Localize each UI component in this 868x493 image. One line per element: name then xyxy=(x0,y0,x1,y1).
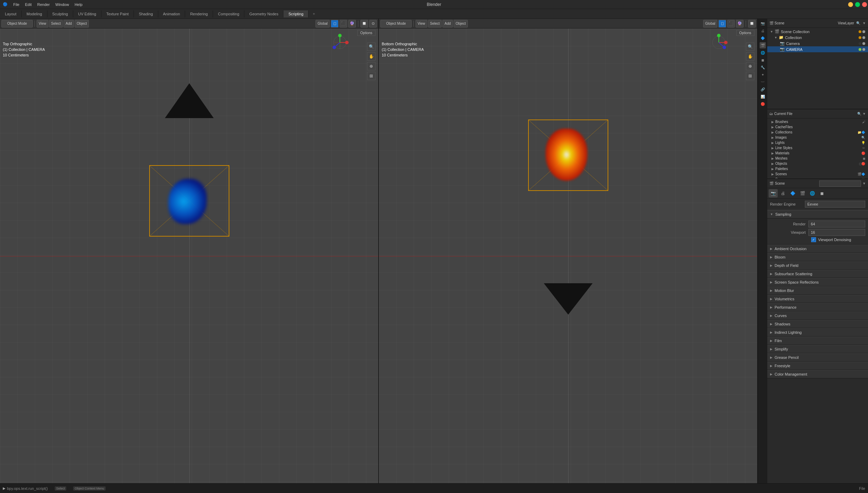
right-mode-select[interactable]: Object Mode xyxy=(380,20,412,28)
subsurface-scattering-header[interactable]: ▶ Subsurface Scattering xyxy=(767,270,868,278)
left-pan-btn[interactable]: ✋ xyxy=(367,52,375,61)
sidebar-icon-view-layer[interactable]: 🔷 xyxy=(760,35,766,41)
close-button[interactable] xyxy=(862,2,867,7)
status-context-label[interactable]: Object Context Menu xyxy=(73,486,106,491)
sidebar-icon-physics[interactable]: 〰 xyxy=(760,79,766,85)
right-zoom-in-btn[interactable]: 🔍 xyxy=(746,43,754,51)
props-icon-object[interactable]: ◼ xyxy=(817,189,827,198)
menu-edit[interactable]: Edit xyxy=(22,1,35,8)
add-workspace-button[interactable]: ＋ xyxy=(309,10,319,18)
sidebar-icon-modifier[interactable]: 🔧 xyxy=(760,64,766,70)
props-icon-scene[interactable]: 🎬 xyxy=(798,189,807,198)
outliner-filter-btn[interactable]: ▼ xyxy=(862,21,866,25)
tab-sculpting[interactable]: Sculpting xyxy=(47,10,73,17)
left-options-btn[interactable]: Options xyxy=(357,30,375,36)
menu-file[interactable]: File xyxy=(10,1,22,8)
screen-space-reflections-header[interactable]: ▶ Screen Space Reflections xyxy=(767,278,868,286)
sidebar-icon-material[interactable]: 🔴 xyxy=(760,101,766,107)
props-icon-view-layer[interactable]: 🔷 xyxy=(788,189,797,198)
color-management-header[interactable]: ▶ Color Management xyxy=(767,370,868,378)
tab-geometry-nodes[interactable]: Geometry Nodes xyxy=(244,10,283,17)
tab-texture-paint[interactable]: Texture Paint xyxy=(101,10,134,17)
curves-header[interactable]: ▶ Curves xyxy=(767,311,868,320)
props-icon-render[interactable]: 📷 xyxy=(769,189,778,198)
right-view-btn[interactable]: View xyxy=(416,20,427,28)
right-pan-btn[interactable]: ✋ xyxy=(746,52,754,61)
outliner-search-btn[interactable]: 🔍 xyxy=(856,21,860,25)
tab-rendering[interactable]: Rendering xyxy=(185,10,213,17)
left-wireframe-btn[interactable]: ◻ xyxy=(331,20,338,28)
right-viewport-canvas[interactable]: Bottom Orthographic (1) Collection | CAM… xyxy=(379,29,757,483)
menu-window[interactable]: Window xyxy=(53,1,72,8)
simplify-header[interactable]: ▶ Simplify xyxy=(767,345,868,353)
render-engine-value[interactable]: Eevee xyxy=(805,201,865,208)
right-side-tools[interactable]: 🔍 ✋ ⊕ ⊞ xyxy=(746,43,754,80)
db-linestyles[interactable]: ▶ Line Styles ✏ xyxy=(767,145,868,151)
db-collections[interactable]: ▶ Collections 📁🔷 xyxy=(767,130,868,135)
left-global-btn[interactable]: Global xyxy=(315,20,330,28)
render-filter-btn[interactable]: ▼ xyxy=(862,182,866,185)
sidebar-icon-constraints[interactable]: 🔗 xyxy=(760,86,766,92)
data-browser-search[interactable]: 🔍 xyxy=(857,112,861,116)
db-screens[interactable]: ▶ Screens 💻 xyxy=(767,177,868,178)
right-select-btn[interactable]: Select xyxy=(428,20,442,28)
viewport-value[interactable]: 16 xyxy=(808,229,865,236)
grease-pencil-header[interactable]: ▶ Grease Pencil xyxy=(767,353,868,362)
props-icon-world[interactable]: 🌐 xyxy=(808,189,817,198)
db-images[interactable]: ▶ Images 🔍 xyxy=(767,135,868,140)
left-view-btn[interactable]: View xyxy=(37,20,48,28)
performance-header[interactable]: ▶ Performance xyxy=(767,303,868,311)
minimize-button[interactable] xyxy=(848,2,853,7)
left-zoom-in-btn[interactable]: 🔍 xyxy=(367,43,375,51)
ambient-occlusion-header[interactable]: ▶ Ambient Occlusion xyxy=(767,245,868,253)
film-header[interactable]: ▶ Film xyxy=(767,337,868,345)
volumetrics-header[interactable]: ▶ Volumetrics xyxy=(767,295,868,303)
db-brushes[interactable]: ▶ Brushes 🖌 xyxy=(767,119,868,124)
menu-blender[interactable]: 🔵 xyxy=(0,1,10,8)
db-materials[interactable]: ▶ Materials 🔴 xyxy=(767,151,868,156)
right-wireframe-btn[interactable]: ◻ xyxy=(718,20,726,28)
tab-animation[interactable]: Animation xyxy=(158,10,185,17)
menu-help[interactable]: Help xyxy=(72,1,85,8)
right-options-label[interactable]: Options xyxy=(736,30,754,36)
right-add-btn[interactable]: Add xyxy=(442,20,453,28)
left-mode-select[interactable]: Object Mode xyxy=(1,20,33,28)
outliner-scene-collection[interactable]: ▼ 🎬 Scene Collection xyxy=(767,29,868,34)
render-value[interactable]: 64 xyxy=(808,221,865,228)
left-side-tools[interactable]: 🔍 ✋ ⊕ ⊞ xyxy=(367,43,375,80)
freestyle-header[interactable]: ▶ Freestyle xyxy=(767,362,868,370)
sidebar-icon-object[interactable]: ◼ xyxy=(760,57,766,63)
right-options-btn[interactable]: Options xyxy=(736,30,754,36)
right-solid-btn[interactable]: ⬛ xyxy=(727,20,735,28)
tab-shading[interactable]: Shading xyxy=(134,10,158,17)
left-select-btn[interactable]: Select xyxy=(49,20,63,28)
sidebar-icon-data[interactable]: 📊 xyxy=(760,93,766,100)
db-scenes[interactable]: ▶ Scenes 🎬🔷 xyxy=(767,171,868,177)
left-viewport-canvas[interactable]: Top Orthographic (1) Collection | CAMERA… xyxy=(0,29,378,483)
props-icon-output[interactable]: 🖨 xyxy=(778,189,787,198)
db-palettes[interactable]: ▶ Palettes xyxy=(767,166,868,171)
right-snap-btn[interactable]: 🔲 xyxy=(748,20,756,28)
left-prop-edit-btn[interactable]: ⊙ xyxy=(369,20,377,28)
outliner-camera-main[interactable]: 📷 CAMERA xyxy=(767,46,868,52)
tab-scripting[interactable]: Scripting xyxy=(283,10,309,17)
sampling-section-header[interactable]: ▼ Sampling xyxy=(767,210,868,218)
right-render-btn[interactable]: 🔮 xyxy=(736,20,744,28)
sidebar-icon-render[interactable]: 📷 xyxy=(760,20,766,26)
left-solid-btn[interactable]: ⬛ xyxy=(340,20,347,28)
tab-layout[interactable]: Layout xyxy=(0,10,22,17)
shadows-header[interactable]: ▶ Shadows xyxy=(767,320,868,328)
sidebar-icon-output[interactable]: 🖨 xyxy=(760,28,766,34)
right-object-btn[interactable]: Object xyxy=(454,20,468,28)
outliner-collection[interactable]: ▼ 📁 Collection xyxy=(767,34,868,40)
sidebar-icon-particles[interactable]: ✦ xyxy=(760,71,766,78)
render-search-input[interactable] xyxy=(819,180,861,187)
indirect-lighting-header[interactable]: ▶ Indirect Lighting xyxy=(767,328,868,337)
viewport-denoising-checkbox[interactable] xyxy=(811,237,816,242)
sidebar-icon-scene[interactable]: 🎬 xyxy=(760,42,766,48)
right-orbit-btn[interactable]: ⊕ xyxy=(746,62,754,70)
tab-modeling[interactable]: Modeling xyxy=(22,10,47,17)
tab-uv-editing[interactable]: UV Editing xyxy=(73,10,101,17)
db-meshes[interactable]: ▶ Meshes ◼ xyxy=(767,156,868,161)
right-global-btn[interactable]: Global xyxy=(703,20,717,28)
